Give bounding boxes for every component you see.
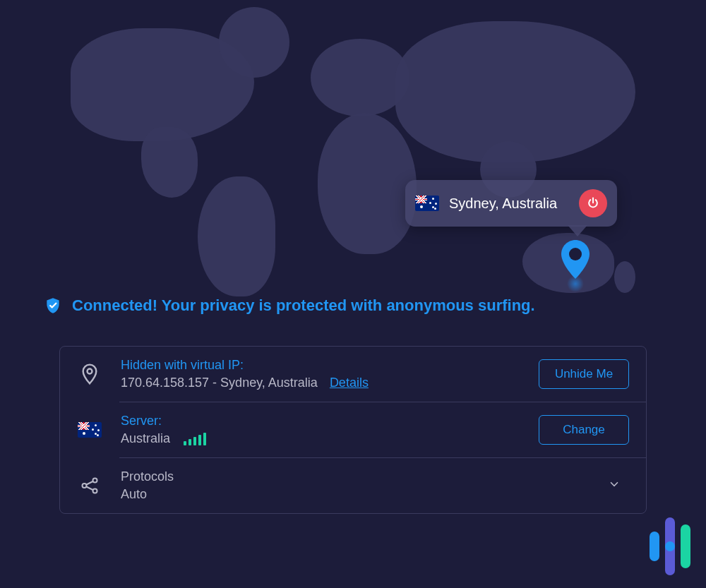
- tooltip-location-text: Sydney, Australia: [449, 196, 579, 212]
- server-flag-icon: [77, 422, 102, 438]
- location-tooltip: Sydney, Australia: [405, 180, 617, 227]
- location-pin-icon: [77, 363, 102, 385]
- server-value: Australia: [121, 431, 170, 445]
- disconnect-button[interactable]: [579, 189, 607, 217]
- protocols-value: Auto: [121, 487, 599, 502]
- signal-strength-icon: [184, 433, 206, 445]
- ip-value-line: 170.64.158.157 - Sydney, Australia Detai…: [121, 376, 539, 390]
- svg-point-0: [569, 248, 582, 260]
- australia-flag-icon: [415, 196, 439, 211]
- protocols-label: Protocols: [121, 469, 599, 484]
- ip-details-link[interactable]: Details: [330, 376, 369, 390]
- power-icon: [586, 196, 600, 210]
- unhide-button[interactable]: Unhide Me: [539, 359, 629, 389]
- ip-value: 170.64.158.157 - Sydney, Australia: [121, 376, 318, 390]
- shield-check-icon: [44, 296, 62, 315]
- ip-label: Hidden with virtual IP:: [121, 358, 539, 373]
- change-server-button[interactable]: Change: [539, 415, 629, 445]
- world-map-background: [0, 0, 706, 296]
- status-message: Connected! Your privacy is protected wit…: [72, 296, 535, 315]
- svg-point-1: [88, 369, 92, 374]
- server-value-line: Australia: [121, 431, 539, 446]
- protocols-row[interactable]: Protocols Auto: [60, 458, 646, 513]
- connection-status: Connected! Your privacy is protected wit…: [44, 296, 535, 315]
- map-pin-icon: [561, 240, 590, 282]
- chevron-down-icon[interactable]: [599, 474, 629, 498]
- brand-logo: [650, 517, 690, 575]
- server-label: Server:: [121, 414, 539, 428]
- connection-details-panel: Hidden with virtual IP: 170.64.158.157 -…: [59, 346, 647, 514]
- ip-row: Hidden with virtual IP: 170.64.158.157 -…: [60, 347, 646, 402]
- server-row: Server: Australia Change: [60, 402, 646, 457]
- share-icon: [77, 475, 102, 496]
